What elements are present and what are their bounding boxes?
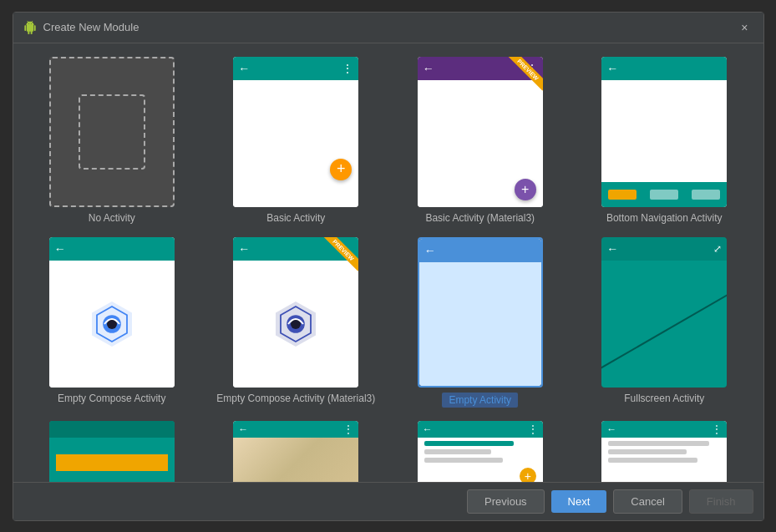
fab-list: +: [520, 468, 536, 482]
title-bar: Create New Module ×: [13, 13, 763, 43]
preview-badge-ecm3: PREVIEW: [317, 237, 358, 279]
card-empty-compose: ←: [49, 237, 175, 388]
create-module-dialog: Create New Module × No Activity: [13, 12, 764, 521]
preview-badge-m3: PREVIEW: [501, 57, 543, 99]
module-label-fullscreen: Fullscreen Activity: [624, 393, 704, 404]
module-item-row3-4[interactable]: ← ⋮: [579, 421, 750, 482]
close-button[interactable]: ×: [736, 19, 753, 36]
module-label-no-activity: No Activity: [89, 212, 135, 224]
back-arrow-icon-bn: ←: [606, 62, 618, 75]
dialog-title: Create New Module: [43, 21, 139, 33]
back-arrow-icon-ecm3: ←: [238, 242, 250, 256]
card-row3-3: ← ⋮ +: [418, 421, 543, 482]
back-arrow-map: ←: [238, 423, 248, 435]
module-item-bottom-nav[interactable]: ← Bottom Navigation Activity: [579, 57, 750, 224]
fab-material3: +: [515, 179, 536, 200]
back-arrow-icon: ←: [238, 62, 250, 75]
module-item-row3-2[interactable]: ← ⋮: [210, 421, 382, 482]
cancel-button[interactable]: Cancel: [613, 489, 682, 514]
card-row3-2: ← ⋮: [233, 421, 358, 482]
card-no-activity: [49, 57, 175, 207]
card-basic-activity: ← ⋮ +: [233, 57, 358, 207]
module-grid: No Activity ← ⋮ + Basic Activity: [27, 57, 750, 482]
card-empty-activity: ←: [418, 237, 543, 388]
module-label-empty-compose: Empty Compose Activity: [58, 393, 165, 404]
card-fullscreen: ← ⤢: [601, 237, 727, 388]
back-arrow-icon-ea: ←: [424, 244, 436, 257]
module-item-fullscreen[interactable]: ← ⤢ Fullscreen Activity: [579, 237, 750, 408]
back-arrow-list: ←: [423, 423, 433, 435]
module-label-basic-activity: Basic Activity: [266, 212, 325, 224]
module-item-empty-activity[interactable]: ← Empty Activity: [395, 237, 566, 408]
module-item-row3-1[interactable]: [27, 421, 198, 482]
menu-map: ⋮: [343, 423, 353, 435]
fab-basic: +: [330, 159, 352, 180]
menu-list: ⋮: [528, 423, 538, 435]
menu-text: ⋮: [712, 423, 722, 435]
card-basic-material3: ← ⋮ + PREVIEW: [418, 57, 543, 207]
module-grid-container: No Activity ← ⋮ + Basic Activity: [13, 43, 763, 482]
module-label-empty-compose-m3: Empty Compose Activity (Material3): [216, 393, 375, 404]
card-row3-1: [49, 421, 175, 482]
previous-button[interactable]: Previous: [467, 489, 545, 514]
back-arrow-text: ←: [606, 423, 616, 435]
compose-logo: [87, 299, 137, 349]
module-label-bottom-nav: Bottom Navigation Activity: [606, 212, 723, 224]
card-empty-compose-m3: ← PREV: [233, 237, 358, 388]
android-icon: [23, 21, 37, 34]
back-arrow-icon-m3: ←: [423, 62, 434, 75]
module-item-empty-compose-m3[interactable]: ← PREV: [210, 237, 382, 408]
back-arrow-icon-ec: ←: [54, 242, 66, 256]
next-button[interactable]: Next: [551, 490, 607, 513]
finish-button[interactable]: Finish: [689, 489, 753, 514]
title-bar-left: Create New Module: [23, 21, 139, 34]
card-bottom-nav: ←: [601, 57, 727, 207]
card-row3-4: ← ⋮: [601, 421, 727, 482]
menu-dots-icon: ⋮: [342, 62, 353, 75]
module-item-no-activity[interactable]: No Activity: [27, 57, 198, 224]
compose-logo-m3: [271, 299, 321, 349]
module-item-basic-material3[interactable]: ← ⋮ + PREVIEW Basic Activity (Material3): [395, 57, 566, 224]
module-label-empty-activity: Empty Activity: [442, 393, 518, 408]
module-item-basic-activity[interactable]: ← ⋮ + Basic Activity: [210, 57, 382, 224]
bottom-bar: Previous Next Cancel Finish: [13, 482, 763, 520]
module-label-basic-material3: Basic Activity (Material3): [425, 212, 535, 224]
module-item-row3-3[interactable]: ← ⋮ +: [395, 421, 566, 482]
module-item-empty-compose[interactable]: ← E: [27, 237, 198, 408]
